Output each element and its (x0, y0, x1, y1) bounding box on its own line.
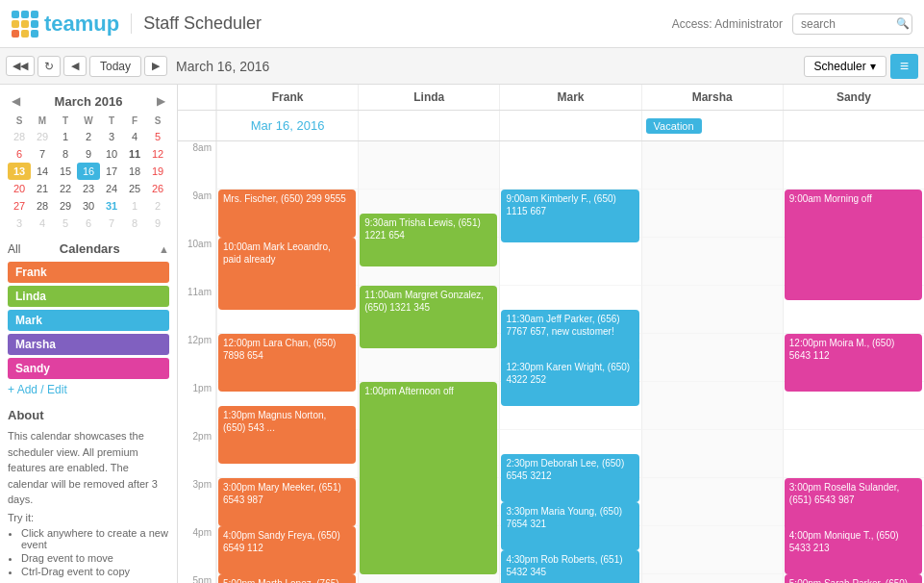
mini-cal-day[interactable]: 5 (146, 128, 169, 145)
mini-cal-day[interactable]: 7 (100, 215, 123, 232)
event-block[interactable]: 9:00am Morning off (785, 190, 922, 300)
event-block[interactable]: 3:00pm Mary Meeker, (651) 6543 987 (218, 478, 356, 526)
mini-cal-day[interactable]: 22 (54, 180, 77, 197)
calendar-item-marsha[interactable]: Marsha (8, 334, 169, 355)
mini-cal-day[interactable]: 17 (100, 163, 123, 180)
day-cell-sandy-2pm[interactable] (783, 430, 924, 478)
search-box[interactable]: 🔍 (792, 13, 912, 35)
mini-cal-day[interactable]: 11 (123, 145, 146, 163)
event-block[interactable]: 3:00pm Rosella Sulander, (651) 6543 987 (785, 478, 922, 531)
mini-cal-day[interactable]: 25 (123, 180, 146, 197)
event-block[interactable]: 2:30pm Deborah Lee, (650) 6545 3212 (501, 454, 638, 502)
event-block[interactable]: 3:30pm Maria Young, (650) 7654 321 (501, 502, 638, 550)
mini-cal-day[interactable]: 9 (146, 215, 169, 232)
mini-cal-day[interactable]: 23 (77, 180, 100, 197)
next-button[interactable]: ▶ (144, 56, 167, 76)
mini-cal-day[interactable]: 1 (123, 197, 146, 215)
mini-cal-day[interactable]: 27 (8, 197, 31, 215)
day-cell-marsha-9am[interactable] (641, 190, 783, 238)
mini-cal-day[interactable]: 29 (31, 128, 54, 145)
mini-cal-day[interactable]: 4 (123, 128, 146, 145)
nav-back-button[interactable]: ◀◀ (6, 56, 35, 76)
mini-cal-day[interactable]: 29 (54, 197, 77, 215)
mini-cal-day[interactable]: 8 (54, 145, 77, 163)
mini-cal-day[interactable]: 15 (54, 163, 77, 180)
mini-cal-day[interactable]: 24 (100, 180, 123, 197)
day-cell-marsha-3pm[interactable] (641, 478, 783, 526)
add-edit-link[interactable]: + Add / Edit (8, 383, 169, 396)
event-block[interactable]: 1:30pm Magnus Norton, (650) 543 ... (218, 406, 356, 464)
day-cell-mark-10am[interactable] (499, 238, 640, 286)
mini-cal-day[interactable]: 2 (77, 128, 100, 145)
menu-button[interactable]: ≡ (890, 54, 918, 79)
day-cell-marsha-4pm[interactable] (641, 526, 783, 574)
mini-cal-day[interactable]: 20 (8, 180, 31, 197)
calendar-item-mark[interactable]: Mark (8, 310, 169, 331)
day-cell-marsha-10am[interactable] (641, 238, 783, 286)
mini-cal-day[interactable]: 5 (54, 215, 77, 232)
mini-cal-day[interactable]: 8 (123, 215, 146, 232)
event-block[interactable]: 5:00pm Marth Lopez, (765) 2121 123, firs… (218, 574, 356, 583)
event-block[interactable]: 10:00am Mark Leoandro, paid already (218, 238, 356, 310)
day-cell-linda-8am[interactable] (358, 141, 499, 190)
mini-cal-day[interactable]: 28 (8, 128, 31, 145)
mini-cal-day[interactable]: 30 (77, 197, 100, 215)
mini-cal-day[interactable]: 4 (31, 215, 54, 232)
day-cell-mark-8am[interactable] (499, 141, 640, 190)
day-cell-marsha-1pm[interactable] (641, 382, 783, 430)
calendar-item-linda[interactable]: Linda (8, 286, 169, 307)
event-block[interactable]: 11:30am Jeff Parker, (656) 7767 657, new… (501, 310, 638, 363)
today-button[interactable]: Today (89, 56, 141, 77)
event-block[interactable]: 9:30am Trisha Lewis, (651) 1221 654 (360, 214, 497, 266)
event-block[interactable]: 11:00am Margret Gonzalez, (650) 1321 345 (360, 286, 497, 348)
event-block[interactable]: 4:00pm Monique T., (650) 5433 213 (785, 526, 922, 574)
mini-cal-day[interactable]: 26 (146, 180, 169, 197)
event-block[interactable]: 9:00am Kimberly F., (650) 1115 667 (501, 190, 638, 242)
mini-cal-day[interactable]: 16 (77, 163, 100, 180)
day-cell-linda-5pm[interactable] (358, 574, 499, 583)
mini-cal-day[interactable]: 6 (8, 145, 31, 163)
mini-cal-day[interactable]: 13 (8, 163, 31, 180)
mini-cal-day[interactable]: 12 (146, 145, 169, 163)
calendar-item-sandy[interactable]: Sandy (8, 358, 169, 379)
mini-cal-day[interactable]: 14 (31, 163, 54, 180)
refresh-button[interactable]: ↻ (37, 56, 61, 77)
search-input[interactable] (801, 17, 892, 31)
day-cell-marsha-12pm[interactable] (641, 334, 783, 382)
event-block[interactable]: 5:00pm Sarah Parker, (650) 7656 768 (785, 574, 922, 583)
mini-cal-day[interactable]: 21 (31, 180, 54, 197)
mini-cal-day[interactable]: 28 (31, 197, 54, 215)
day-cell-sandy-8am[interactable] (783, 141, 924, 190)
day-cell-marsha-2pm[interactable] (641, 430, 783, 478)
mini-cal-day[interactable]: 3 (100, 128, 123, 145)
mini-cal-day[interactable]: 18 (123, 163, 146, 180)
day-cell-frank-8am[interactable] (216, 141, 358, 190)
event-block[interactable]: Mrs. Fischer, (650) 299 9555 (218, 190, 356, 238)
mini-cal-day[interactable]: 7 (31, 145, 54, 163)
day-cell-marsha-11am[interactable] (641, 286, 783, 334)
mini-cal-day[interactable]: 6 (77, 215, 100, 232)
mini-cal-day[interactable]: 3 (8, 215, 31, 232)
event-block[interactable]: 4:30pm Rob Roberts, (651) 5432 345 (501, 550, 638, 583)
day-cell-marsha-5pm[interactable] (641, 574, 783, 583)
mini-cal-day[interactable]: 9 (77, 145, 100, 163)
mini-cal-day[interactable]: 10 (100, 145, 123, 163)
event-block[interactable]: 12:30pm Karen Wright, (650) 4322 252 (501, 358, 638, 406)
calendars-header[interactable]: All Calendars ▲ (8, 241, 169, 256)
event-block[interactable]: 4:00pm Sandy Freya, (650) 6549 112 (218, 526, 356, 574)
mini-cal-day[interactable]: 19 (146, 163, 169, 180)
day-cell-marsha-8am[interactable] (641, 141, 783, 190)
event-block[interactable]: 1:00pm Afternoon off (360, 382, 497, 574)
vacation-badge[interactable]: Vacation (646, 118, 702, 134)
mini-cal-day[interactable]: 1 (54, 128, 77, 145)
mini-cal-next[interactable]: ▶ (153, 92, 169, 110)
mini-cal-day[interactable]: 2 (146, 197, 169, 215)
event-block[interactable]: 12:00pm Moira M., (650) 5643 112 (785, 334, 922, 392)
mini-cal-day[interactable]: 31 (100, 197, 123, 215)
col-header-mark: Mark (499, 85, 640, 110)
scheduler-dropdown[interactable]: Scheduler ▾ (804, 56, 887, 77)
mini-cal-prev[interactable]: ◀ (8, 92, 24, 110)
event-block[interactable]: 12:00pm Lara Chan, (650) 7898 654 (218, 334, 356, 392)
prev-button[interactable]: ◀ (63, 56, 87, 76)
calendar-item-frank[interactable]: Frank (8, 262, 169, 283)
